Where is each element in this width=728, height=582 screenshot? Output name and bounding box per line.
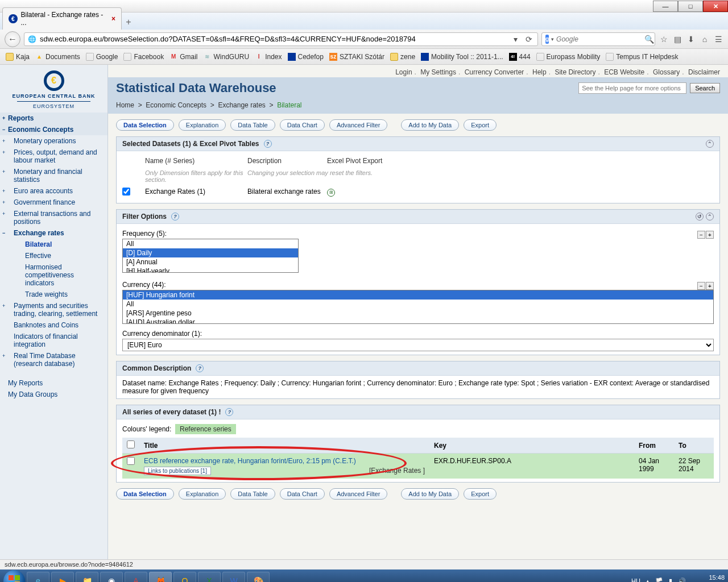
currency-listbox[interactable]: [HUF] Hungarian forint All [ARS] Argenti… xyxy=(122,290,714,324)
browser-search-box[interactable]: g ▾ 🔍 xyxy=(541,32,655,46)
tab-data-table[interactable]: Data Table xyxy=(230,488,275,500)
link-settings[interactable]: My Settings xyxy=(420,68,456,76)
task-access[interactable]: A xyxy=(125,572,147,582)
ecb-logo[interactable]: EUROPEAN CENTRAL BANK EUROSYSTEM xyxy=(0,65,107,113)
tab-export[interactable]: Export xyxy=(464,119,497,131)
frequency-listbox[interactable]: All [D] Daily [A] Annual [H] Half-yearly xyxy=(122,239,299,273)
new-tab-button[interactable]: + xyxy=(122,15,135,30)
tab-export[interactable]: Export xyxy=(464,488,497,500)
bookmark-item[interactable]: 4!444 xyxy=(509,53,531,61)
nav-monetary-fin[interactable]: +Monetary and financial statistics xyxy=(0,166,107,185)
bookmark-item[interactable]: ≋WindGURU xyxy=(203,53,249,61)
browser-search-input[interactable] xyxy=(556,35,642,43)
cur-opt-ars[interactable]: [ARS] Argentine peso xyxy=(123,309,713,318)
freq-opt-half[interactable]: [H] Half-yearly xyxy=(123,267,298,273)
task-media[interactable]: ▶ xyxy=(51,572,74,582)
bookmark-item[interactable]: ▲Documents xyxy=(35,53,80,61)
refresh-icon[interactable]: ↺ xyxy=(696,213,704,221)
back-button[interactable]: ← xyxy=(5,31,20,47)
info-icon[interactable]: ? xyxy=(171,213,179,221)
tab-advanced-filter[interactable]: Advanced Filter xyxy=(329,488,387,500)
crumb-concepts[interactable]: Economic Concepts xyxy=(146,101,206,109)
crumb-home[interactable]: Home xyxy=(116,101,134,109)
link-login[interactable]: Login xyxy=(395,68,412,76)
task-paint[interactable]: 🎨 xyxy=(247,572,270,582)
nav-my-reports[interactable]: My Reports xyxy=(0,377,107,389)
bookmark-item[interactable]: Tempus IT Helpdesk xyxy=(606,53,678,61)
nav-banknotes[interactable]: Banknotes and Coins xyxy=(0,319,107,331)
nav-my-data-groups[interactable]: My Data Groups xyxy=(0,389,107,400)
window-maximize-button[interactable]: □ xyxy=(678,1,703,12)
bookmark-item[interactable]: Mobility Tool :: 2011-1... xyxy=(421,53,503,61)
shrink-button[interactable]: − xyxy=(697,282,705,290)
reload-icon[interactable]: ⟳ xyxy=(524,35,534,44)
nav-reports[interactable]: +Reports xyxy=(0,113,107,124)
dropdown-icon[interactable]: ▾ xyxy=(551,36,554,42)
link-converter[interactable]: Currency Converter xyxy=(465,68,524,76)
link-ecb-site[interactable]: ECB Website xyxy=(604,68,644,76)
task-outlook[interactable]: O xyxy=(173,572,196,582)
nav-prices[interactable]: +Prices, output, demand and labour marke… xyxy=(0,147,107,166)
tab-add-mydata[interactable]: Add to My Data xyxy=(401,119,459,131)
task-word[interactable]: W xyxy=(222,572,245,582)
window-minimize-button[interactable]: — xyxy=(653,1,678,12)
bookmark-item[interactable]: Kaja xyxy=(6,53,30,61)
task-excel[interactable]: X xyxy=(198,572,221,582)
nav-exchange-rates[interactable]: −Exchange rates xyxy=(0,227,107,239)
expand-button[interactable]: + xyxy=(706,231,714,239)
bookmark-item[interactable]: zene xyxy=(390,53,415,61)
shrink-button[interactable]: − xyxy=(697,231,705,239)
search-icon[interactable]: 🔍 xyxy=(644,35,654,44)
cur-opt-all[interactable]: All xyxy=(123,300,713,309)
tab-data-selection[interactable]: Data Selection xyxy=(116,119,174,131)
nav-gov-finance[interactable]: +Government finance xyxy=(0,197,107,208)
dataset-checkbox[interactable] xyxy=(122,188,130,196)
nav-indicators[interactable]: Indicators of financial integration xyxy=(0,331,107,350)
nav-hci[interactable]: Harmonised competitiveness indicators xyxy=(0,261,107,289)
collapse-icon[interactable]: ⌃ xyxy=(706,140,714,148)
link-help[interactable]: Help xyxy=(532,68,547,76)
freq-opt-annual[interactable]: [A] Annual xyxy=(123,257,298,267)
task-explorer[interactable]: 📁 xyxy=(76,572,98,582)
link-glossary[interactable]: Glossary xyxy=(653,68,680,76)
series-title-link[interactable]: ECB reference exchange rate, Hungarian f… xyxy=(144,457,356,465)
tab-explanation[interactable]: Explanation xyxy=(179,488,226,500)
cur-opt-huf[interactable]: [HUF] Hungarian forint xyxy=(123,290,713,300)
bookmark-item[interactable]: IIndex xyxy=(255,53,282,61)
tab-add-mydata[interactable]: Add to My Data xyxy=(401,488,459,500)
expand-button[interactable]: + xyxy=(706,282,714,290)
links-publications-button[interactable]: Links to publications [1] xyxy=(144,467,211,475)
nav-bilateral[interactable]: Bilateral xyxy=(0,239,107,250)
menu-icon[interactable]: ☰ xyxy=(713,35,723,44)
freq-opt-all[interactable]: All xyxy=(123,239,298,248)
tab-explanation[interactable]: Explanation xyxy=(179,119,226,131)
nav-external[interactable]: +External transactions and positions xyxy=(0,208,107,227)
freq-opt-daily[interactable]: [D] Daily xyxy=(123,248,298,257)
nav-payments[interactable]: +Payments and securities trading, cleari… xyxy=(0,300,107,319)
tray-up-icon[interactable]: ▴ xyxy=(646,577,650,583)
tray-flag-icon[interactable]: 🏳️ xyxy=(655,577,663,583)
info-icon[interactable]: ? xyxy=(225,408,233,416)
search-button[interactable]: Search xyxy=(690,83,720,93)
task-ie[interactable]: e xyxy=(27,572,49,582)
home-icon[interactable]: ⌂ xyxy=(700,35,710,44)
info-icon[interactable]: ? xyxy=(196,364,204,372)
link-disclaimer[interactable]: Disclaimer xyxy=(688,68,720,76)
link-site-dir[interactable]: Site Directory xyxy=(555,68,595,76)
tray-volume-icon[interactable]: 🔊 xyxy=(678,577,686,583)
bookmark-item[interactable]: Europass Mobility xyxy=(536,53,601,61)
bookmark-star-icon[interactable]: ☆ xyxy=(659,35,669,44)
info-icon[interactable]: ? xyxy=(264,140,272,148)
select-all-checkbox[interactable] xyxy=(127,440,135,448)
task-chrome[interactable]: ◉ xyxy=(100,572,123,582)
tab-data-selection[interactable]: Data Selection xyxy=(116,488,174,500)
url-input[interactable] xyxy=(40,35,507,43)
tab-data-chart[interactable]: Data Chart xyxy=(280,488,325,500)
bookmark-item[interactable]: szSZTAKI Szótár xyxy=(329,53,384,61)
bookmark-item[interactable]: Google xyxy=(86,53,118,61)
library-icon[interactable]: ▤ xyxy=(672,35,682,44)
nav-monetary-ops[interactable]: +Monetary operations xyxy=(0,135,107,147)
tray-lang[interactable]: HU xyxy=(631,577,640,582)
collapse-icon[interactable]: ⌃ xyxy=(706,213,714,221)
nav-economic-concepts[interactable]: −Economic Concepts xyxy=(0,124,107,135)
